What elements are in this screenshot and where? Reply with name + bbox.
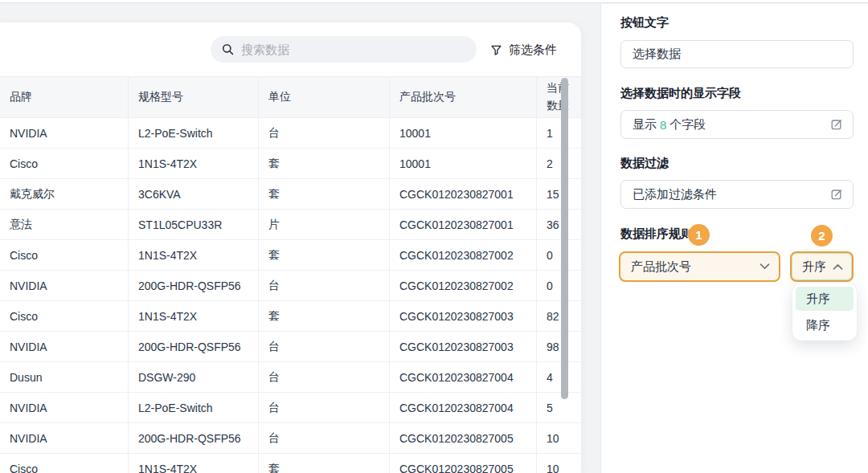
cell-model: L2-PoE-Switch xyxy=(129,118,259,149)
display-fields-prefix: 显示 xyxy=(633,117,657,133)
cell-model: L2-PoE-Switch xyxy=(129,393,259,423)
table-row: 意法 ST1L05CPU33R 片 CGCK0120230827001 36 xyxy=(0,210,581,240)
cell-unit: 套 xyxy=(259,301,390,332)
cell-brand: 意法 xyxy=(0,210,129,240)
search-icon xyxy=(222,43,234,55)
cell-batch: CGCK0120230827003 xyxy=(390,301,537,332)
table-vertical-scrollbar[interactable] xyxy=(561,78,568,399)
table-row: 戴克威尔 3C6KVA 套 CGCK0120230827001 15 xyxy=(0,179,581,210)
table-row: Cisco 1N1S-4T2X 套 CGCK0120230827005 10 xyxy=(0,454,581,473)
table-row: Cisco 1N1S-4T2X 套 CGCK0120230827002 0 xyxy=(0,240,581,271)
sort-field-value: 产品批次号 xyxy=(631,259,691,275)
table-row: NVIDIA L2-PoE-Switch 台 10001 1 xyxy=(0,118,581,149)
cell-model: 200G-HDR-QSFP56 xyxy=(129,271,259,301)
cell-model: 1N1S-4T2X xyxy=(129,454,259,473)
data-filter-input[interactable]: 已添加过滤条件 xyxy=(620,180,854,209)
cell-unit: 片 xyxy=(259,210,390,240)
cell-qty: 2 xyxy=(537,149,581,179)
search-input[interactable] xyxy=(241,43,467,56)
filter-button-label: 筛选条件 xyxy=(509,43,557,58)
settings-panel: 按钮文字 选择数据 选择数据时的显示字段 显示 8 个字段 数据过滤 已添加过滤… xyxy=(600,4,868,473)
data-filter-value: 已添加过滤条件 xyxy=(633,187,830,202)
column-header-brand: 品牌 xyxy=(0,76,129,118)
cell-model: 1N1S-4T2X xyxy=(129,149,259,179)
column-header-model: 规格型号 xyxy=(129,76,259,118)
cell-brand: Cisco xyxy=(0,149,129,179)
button-text-value: 选择数据 xyxy=(633,47,843,62)
table-row: Cisco 1N1S-4T2X 套 10001 2 xyxy=(0,149,581,179)
cell-unit: 台 xyxy=(259,423,390,454)
display-fields-input[interactable]: 显示 8 个字段 xyxy=(620,110,854,139)
cell-batch: CGCK0120230827004 xyxy=(390,362,537,393)
data-table-card: 筛选条件 品牌 规格型号 单位 产品批次号 当前数量 NVIDIA L2-PoE… xyxy=(0,22,581,473)
menu-item-descending[interactable]: 降序 xyxy=(796,313,854,337)
cell-brand: NVIDIA xyxy=(0,271,129,301)
column-header-batch: 产品批次号 xyxy=(390,76,537,118)
cell-model: ST1L05CPU33R xyxy=(129,210,259,240)
cell-model: 3C6KVA xyxy=(129,179,259,210)
search-input-wrap xyxy=(211,36,477,63)
cell-model: 200G-HDR-QSFP56 xyxy=(129,423,259,454)
cell-brand: Dusun xyxy=(0,362,129,393)
cell-brand: 戴克威尔 xyxy=(0,179,129,210)
cell-qty: 82 xyxy=(537,301,581,332)
cell-qty: 1 xyxy=(537,118,581,149)
menu-item-ascending[interactable]: 升序 xyxy=(796,287,854,311)
cell-batch: CGCK0120230827003 xyxy=(390,332,537,362)
cell-unit: 台 xyxy=(259,393,390,423)
cell-brand: Cisco xyxy=(0,240,129,271)
cell-unit: 台 xyxy=(259,362,390,393)
table-body: NVIDIA L2-PoE-Switch 台 10001 1 Cisco 1N1… xyxy=(0,118,581,473)
cell-brand: Cisco xyxy=(0,301,129,332)
column-header-qty: 当前数量 xyxy=(537,76,581,118)
sort-order-value: 升序 xyxy=(802,259,826,275)
cell-model: DSGW-290 xyxy=(129,362,259,393)
sort-rules-label: 数据排序规则 xyxy=(620,226,693,242)
cell-brand: Cisco xyxy=(0,454,129,473)
table-row: NVIDIA 200G-HDR-QSFP56 台 CGCK01202308270… xyxy=(0,271,581,301)
cell-qty: 15 xyxy=(537,179,581,210)
filter-button[interactable]: 筛选条件 xyxy=(490,39,557,60)
table-row: NVIDIA L2-PoE-Switch 台 CGCK0120230827004… xyxy=(0,393,581,423)
button-text-input[interactable]: 选择数据 xyxy=(620,40,854,68)
cell-qty: 5 xyxy=(537,393,581,423)
cell-qty: 0 xyxy=(537,240,581,271)
chevron-down-icon xyxy=(760,263,770,270)
cell-batch: CGCK0120230827001 xyxy=(390,179,537,210)
cell-qty: 0 xyxy=(537,271,581,301)
edit-icon[interactable] xyxy=(830,188,843,201)
cell-batch: CGCK0120230827005 xyxy=(390,423,537,454)
cell-qty: 4 xyxy=(537,362,581,393)
step-badge-1: 1 xyxy=(688,224,710,246)
button-text-label: 按钮文字 xyxy=(620,15,669,31)
cell-unit: 套 xyxy=(259,149,390,179)
cell-qty: 36 xyxy=(537,210,581,240)
cell-unit: 套 xyxy=(259,240,390,271)
sort-field-select[interactable]: 产品批次号 xyxy=(619,251,780,282)
edit-icon[interactable] xyxy=(830,118,843,131)
table-row: NVIDIA 200G-HDR-QSFP56 台 CGCK01202308270… xyxy=(0,423,581,454)
cell-model: 200G-HDR-QSFP56 xyxy=(129,332,259,362)
cell-brand: NVIDIA xyxy=(0,118,129,149)
table-row: Cisco 1N1S-4T2X 套 CGCK0120230827003 82 xyxy=(0,301,581,332)
cell-batch: CGCK0120230827005 xyxy=(390,454,537,473)
cell-unit: 台 xyxy=(259,332,390,362)
cell-unit: 台 xyxy=(259,118,390,149)
sort-order-select[interactable]: 升序 xyxy=(790,251,854,282)
chevron-up-icon xyxy=(833,263,843,270)
cell-batch: CGCK0120230827002 xyxy=(390,240,537,271)
cell-batch: CGCK0120230827002 xyxy=(390,271,537,301)
display-fields-count: 8 xyxy=(657,118,669,132)
cell-unit: 套 xyxy=(259,179,390,210)
cell-batch: CGCK0120230827001 xyxy=(390,210,537,240)
funnel-icon xyxy=(490,44,502,56)
data-table: 品牌 规格型号 单位 产品批次号 当前数量 NVIDIA L2-PoE-Swit… xyxy=(0,76,581,473)
sort-order-dropdown-menu: 升序 降序 xyxy=(792,283,857,340)
cell-batch: CGCK0120230827004 xyxy=(390,393,537,423)
cell-model: 1N1S-4T2X xyxy=(129,240,259,271)
table-row: Dusun DSGW-290 台 CGCK0120230827004 4 xyxy=(0,362,581,393)
step-badge-2: 2 xyxy=(811,225,833,247)
data-filter-label: 数据过滤 xyxy=(620,156,669,171)
cell-model: 1N1S-4T2X xyxy=(129,301,259,332)
cell-batch: 10001 xyxy=(390,118,537,149)
